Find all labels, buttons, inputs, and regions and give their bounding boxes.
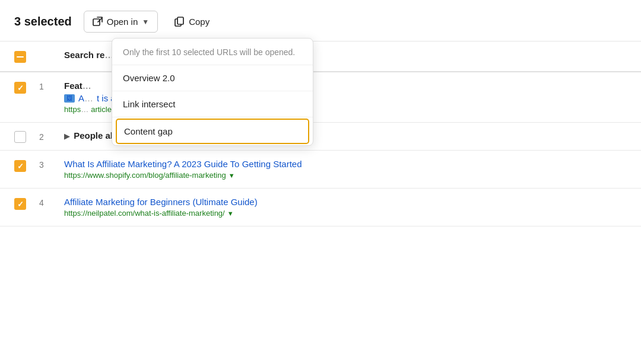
row-2-num: 2: [39, 131, 56, 142]
header-num-cell: [39, 50, 56, 51]
row-2-checkbox[interactable]: [14, 130, 31, 143]
row-4-url-text: https://neilpatel.com/what-is-affiliate-…: [64, 209, 225, 218]
row-1-url-prefix: https…: [64, 105, 88, 114]
row-4-link-text: Affiliate Marketing for Beginners (Ultim…: [64, 197, 258, 207]
row-3-checkbox[interactable]: [14, 159, 31, 172]
table-header-row: Search re…: [0, 41, 641, 72]
copy-button[interactable]: Copy: [166, 11, 218, 32]
row-1-link-text: A…: [78, 93, 93, 103]
image-icon: [64, 94, 75, 103]
svg-rect-0: [93, 19, 100, 25]
table-row: 1 Feat… A… t is and How to Get Started h…: [0, 72, 641, 123]
row-3-link-title[interactable]: What Is Affiliate Marketing? A 2023 Guid…: [64, 159, 627, 169]
row-3-url-text: https://www.shopify.com/blog/affiliate-m…: [64, 171, 226, 180]
copy-icon: [174, 17, 185, 27]
row-4-url-dropdown-icon[interactable]: ▼: [227, 210, 234, 217]
table-row: 2 ▶ People also ask: [0, 123, 641, 151]
chevron-down-icon: ▼: [142, 18, 149, 26]
checked-checkbox-icon: [14, 82, 26, 94]
expand-icon[interactable]: ▶: [64, 132, 69, 141]
row-3-content: What Is Affiliate Marketing? A 2023 Guid…: [64, 159, 627, 180]
minus-checkbox-icon: [14, 51, 26, 63]
row-4-link-title[interactable]: Affiliate Marketing for Beginners (Ultim…: [64, 197, 627, 207]
selected-count: 3 selected: [14, 15, 72, 28]
open-in-button[interactable]: Open in ▼: [84, 11, 158, 33]
unchecked-checkbox-icon: [14, 131, 26, 143]
table-row: 4 Affiliate Marketing for Beginners (Ult…: [0, 189, 641, 226]
dropdown-item-link-intersect[interactable]: Link intersect: [112, 91, 313, 117]
open-in-label: Open in: [107, 17, 138, 27]
row-4-content: Affiliate Marketing for Beginners (Ultim…: [64, 197, 627, 218]
checked-checkbox-icon: [14, 160, 26, 172]
row-3-num: 3: [39, 159, 56, 170]
open-in-icon: [93, 17, 103, 27]
dropdown-hint: Only the first 10 selected URLs will be …: [112, 39, 313, 65]
copy-label: Copy: [189, 17, 210, 27]
row-1-checkbox[interactable]: [14, 81, 31, 94]
header-search-results-label: Search re…: [64, 50, 113, 60]
open-in-dropdown: Only the first 10 selected URLs will be …: [112, 38, 313, 146]
row-4-url[interactable]: https://neilpatel.com/what-is-affiliate-…: [64, 209, 627, 218]
dropdown-item-content-gap[interactable]: Content gap: [116, 119, 309, 144]
svg-rect-2: [177, 17, 183, 24]
results-table: Search re… 1 Feat… A… t is and How to Ge…: [0, 41, 641, 226]
row-3-link-text: What Is Affiliate Marketing? A 2023 Guid…: [64, 159, 302, 169]
table-row: 3 What Is Affiliate Marketing? A 2023 Gu…: [0, 151, 641, 189]
toolbar: 3 selected Open in ▼ Copy Only the first…: [0, 0, 641, 41]
row-3-url[interactable]: https://www.shopify.com/blog/affiliate-m…: [64, 171, 627, 180]
checked-checkbox-icon: [14, 198, 26, 210]
row-4-num: 4: [39, 197, 56, 207]
row-1-num: 1: [39, 81, 56, 91]
dropdown-item-overview[interactable]: Overview 2.0: [112, 65, 313, 91]
select-all-checkbox[interactable]: [14, 50, 31, 63]
row-3-url-dropdown-icon[interactable]: ▼: [229, 172, 235, 179]
row-4-checkbox[interactable]: [14, 197, 31, 210]
